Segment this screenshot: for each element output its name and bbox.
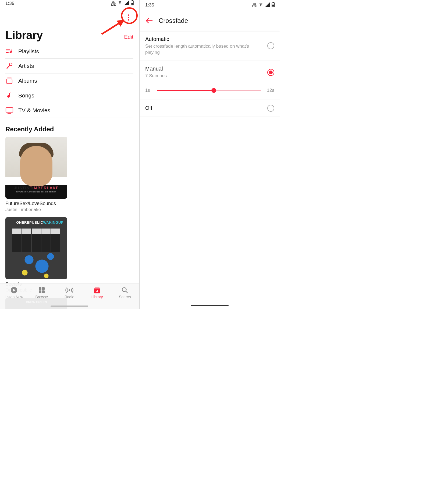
svg-rect-2: [131, 3, 133, 5]
svg-rect-15: [6, 108, 13, 112]
svg-rect-30: [272, 5, 274, 7]
library-nav-list: Playlists Artists Albums Songs TV & Movi…: [5, 44, 133, 118]
nav-item-songs[interactable]: Songs: [5, 88, 133, 103]
note-icon: [5, 92, 13, 99]
settings-title: Crossfade: [159, 17, 188, 24]
slider-thumb[interactable]: [211, 88, 216, 93]
option-off[interactable]: Off: [140, 100, 280, 117]
art-text: ONEREPUBLIC: [16, 220, 43, 224]
art-sub: FUTURESEX/LOVESOUNDS DELUXE EDITION: [5, 191, 67, 193]
back-button[interactable]: [144, 16, 154, 26]
tab-label: Browse: [35, 295, 48, 299]
album-card[interactable]: JUSTINTIMBERLAKE FUTURESEX/LOVESOUNDS DE…: [5, 137, 67, 212]
album-title: FutureSex/LoveSounds: [5, 201, 67, 206]
status-bar: 1:35 VoLTE: [140, 0, 280, 10]
divider: [140, 31, 280, 31]
grid-icon: [38, 287, 45, 294]
slider-max-label: 12s: [265, 88, 274, 93]
phone-crossfade: 1:35 VoLTE Crossfade Automatic Set cross…: [140, 0, 280, 309]
svg-rect-1: [132, 0, 133, 1]
art-text: JUSTIN: [14, 185, 30, 190]
play-circle-icon: [10, 287, 17, 294]
option-text: Automatic Set crossfade length automatic…: [145, 36, 267, 56]
status-right: VoLTE: [252, 2, 275, 9]
status-time: 1:35: [145, 2, 154, 8]
svg-point-5: [128, 19, 129, 20]
option-title: Automatic: [145, 36, 263, 42]
album-art: ONEREPUBLICWAKINGUP: [5, 217, 67, 279]
svg-rect-18: [39, 287, 41, 290]
svg-point-4: [128, 17, 129, 18]
library-top-actions: [0, 7, 139, 23]
svg-line-27: [126, 291, 127, 293]
volte-icon: VoLTE: [111, 1, 116, 6]
status-time: 1:35: [5, 1, 14, 6]
wifi-icon: [117, 1, 123, 6]
option-sub: 7 Seconds: [145, 73, 263, 79]
wifi-icon: [258, 2, 264, 8]
crossfade-slider[interactable]: [157, 90, 261, 91]
playlist-icon: [5, 48, 13, 55]
edit-button[interactable]: Edit: [124, 34, 133, 42]
page-title: Library: [5, 29, 43, 42]
svg-point-3: [128, 14, 129, 16]
search-icon: [122, 287, 128, 294]
option-text: Manual 7 Seconds: [145, 66, 267, 79]
svg-line-12: [7, 65, 10, 68]
more-menu-button[interactable]: [123, 12, 134, 23]
tab-label: Library: [91, 295, 103, 299]
option-title: Manual: [145, 66, 263, 72]
signal-icon: [265, 2, 270, 8]
art-text: TIMBERLAKE: [30, 185, 59, 190]
radio-automatic[interactable]: [267, 42, 274, 49]
mic-icon: [5, 62, 13, 69]
tab-search[interactable]: Search: [111, 285, 139, 309]
nav-label: Artists: [18, 63, 34, 69]
option-automatic[interactable]: Automatic Set crossfade length automatic…: [140, 31, 280, 61]
svg-rect-13: [7, 79, 12, 84]
radio-icon: [65, 287, 73, 294]
nav-item-tv-movies[interactable]: TV & Movies: [5, 103, 133, 118]
svg-rect-21: [42, 290, 45, 293]
option-manual[interactable]: Manual 7 Seconds: [140, 61, 280, 84]
album-icon: [5, 77, 13, 84]
tab-label: Listen Now: [5, 295, 23, 299]
option-title: Off: [145, 105, 263, 111]
signal-icon: [124, 1, 129, 6]
nav-label: Playlists: [18, 48, 39, 55]
tab-label: Radio: [65, 295, 74, 299]
album-artist: Justin Timberlake: [5, 207, 67, 212]
tv-icon: [5, 107, 13, 114]
volte-icon: VoLTE: [252, 3, 257, 8]
library-header: Library Edit: [0, 23, 139, 44]
radio-manual[interactable]: [267, 69, 274, 76]
home-indicator: [191, 305, 229, 306]
slider-min-label: 1s: [145, 88, 153, 93]
svg-rect-20: [39, 290, 41, 293]
battery-icon: [272, 2, 275, 9]
svg-rect-29: [273, 2, 274, 3]
library-icon: [94, 287, 101, 294]
settings-header: Crossfade: [140, 10, 280, 31]
crossfade-slider-row: 1s 12s: [140, 84, 280, 100]
nav-label: TV & Movies: [18, 107, 50, 114]
tab-listen-now[interactable]: Listen Now: [0, 285, 28, 309]
option-sub: Set crossfade length automatically based…: [145, 43, 263, 56]
nav-item-albums[interactable]: Albums: [5, 73, 133, 88]
album-card[interactable]: ONEREPUBLICWAKINGUP Secrets OneRepublic: [5, 217, 67, 293]
slider-fill: [157, 90, 214, 91]
phone-library: 1:35 VoLTE Library Edit: [0, 0, 140, 309]
svg-point-22: [69, 289, 70, 291]
home-indicator: [51, 306, 88, 307]
nav-item-playlists[interactable]: Playlists: [5, 44, 133, 59]
option-text: Off: [145, 105, 267, 111]
tab-bar: Listen Now Browse Radio Library Search: [0, 283, 139, 309]
svg-rect-19: [42, 287, 45, 290]
radio-off[interactable]: [267, 105, 274, 112]
status-bar: 1:35 VoLTE: [0, 0, 139, 7]
nav-label: Albums: [18, 78, 37, 84]
nav-item-artists[interactable]: Artists: [5, 59, 133, 73]
battery-icon: [131, 0, 134, 7]
art-text: WAKINGUP: [43, 220, 64, 224]
recently-added-title: Recently Added: [0, 118, 139, 137]
